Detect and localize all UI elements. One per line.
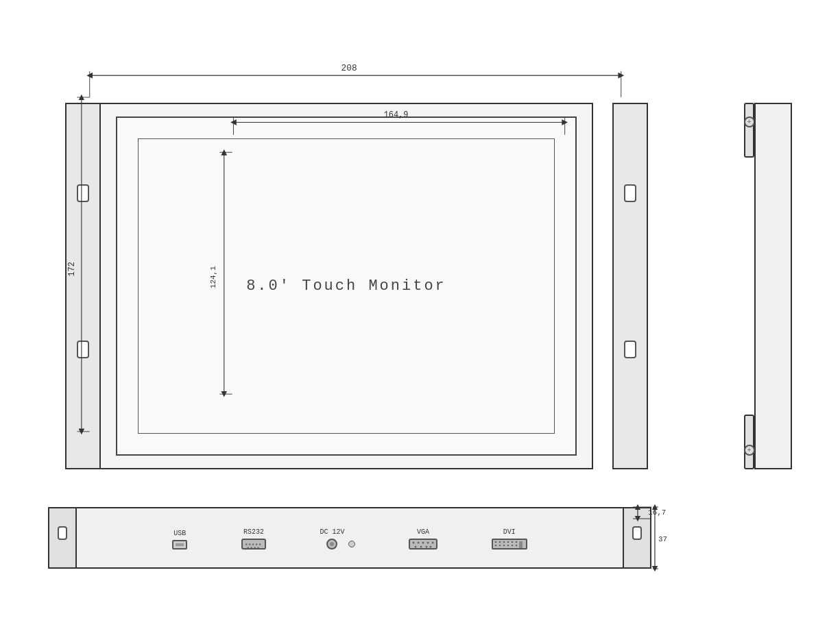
svg-point-25 [413,542,415,544]
screen: 8.0' Touch Monitor [138,138,555,434]
vga-label: VGA [417,528,429,536]
svg-point-19 [256,543,257,545]
right-ear [612,103,648,469]
svg-point-23 [254,547,255,548]
bezel: 8.0' Touch Monitor [116,116,577,456]
svg-point-26 [418,542,420,544]
svg-rect-46 [519,541,523,548]
svg-text:37: 37 [658,535,667,543]
left-ear [65,103,101,469]
svg-point-17 [249,543,250,545]
dc-port [326,539,337,550]
svg-text:208: 208 [341,63,357,73]
screen-label: 8.0' Touch Monitor [246,278,446,295]
svg-point-44 [511,545,513,547]
dc-aux-circle [348,541,355,547]
svg-point-29 [432,542,434,544]
front-view: 8.0' Touch Monitor [41,41,645,466]
rs232-label: RS232 [243,528,264,536]
svg-point-24 [257,547,259,548]
mount-hole-left-bottom [77,341,89,358]
svg-point-21 [247,547,248,548]
rs232-port [241,539,266,550]
mount-hole-right-top [624,184,636,202]
dvi-label: DVI [503,528,516,536]
screw-top [744,116,755,127]
svg-point-42 [503,545,505,547]
svg-point-45 [515,545,517,547]
main-housing: 8.0' Touch Monitor [99,103,593,469]
connector-area: USB RS232 [132,512,568,550]
svg-point-34 [494,541,496,543]
bottom-ear-right [623,507,651,569]
svg-point-33 [430,546,432,548]
bottom-housing: USB RS232 [75,507,624,569]
svg-point-37 [507,541,509,543]
rs232-connector-group: RS232 [241,528,266,550]
svg-point-27 [422,542,424,544]
dc12v-label: DC 12V [320,528,344,536]
dc12v-connector-group: DC 12V [320,528,355,550]
svg-point-35 [499,541,501,543]
svg-point-32 [426,546,428,548]
svg-point-20 [259,543,261,545]
side-body [754,103,792,469]
svg-point-43 [507,545,509,547]
side-view [744,41,819,466]
side-ear-bottom [744,415,754,469]
side-ear-top [744,103,754,158]
screw-bottom [744,445,755,456]
svg-point-41 [499,545,501,547]
svg-point-28 [427,542,429,544]
svg-point-16 [245,543,247,545]
usb-connector-group: USB [172,530,187,550]
vga-connector-group: VGA [409,528,437,550]
svg-point-39 [515,541,517,543]
svg-point-36 [503,541,505,543]
page: 8.0' Touch Monitor [0,0,840,629]
svg-point-40 [494,545,496,547]
vga-port [409,539,437,550]
svg-point-30 [415,546,417,548]
bottom-view: USB RS232 [41,493,672,613]
bottom-ear-left [48,507,77,569]
bottom-hole-left [58,526,67,540]
mount-hole-left-top [77,184,89,202]
svg-point-18 [252,543,254,545]
usb-port [172,540,187,550]
svg-point-31 [420,546,422,548]
bottom-hole-right [632,526,642,540]
dvi-connector-group: DVI [492,528,527,550]
svg-point-38 [511,541,513,543]
mount-hole-right-bottom [624,341,636,358]
usb-label: USB [173,530,186,537]
dvi-port [492,539,527,550]
svg-point-22 [250,547,252,548]
